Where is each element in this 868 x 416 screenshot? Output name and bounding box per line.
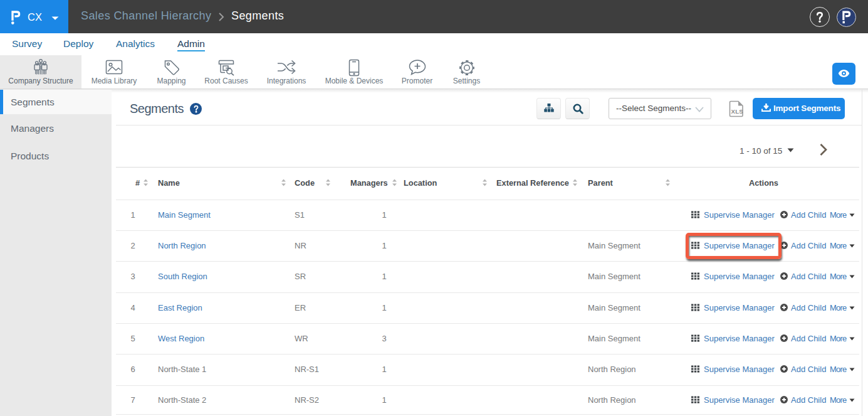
- svg-text:XLS: XLS: [731, 108, 744, 115]
